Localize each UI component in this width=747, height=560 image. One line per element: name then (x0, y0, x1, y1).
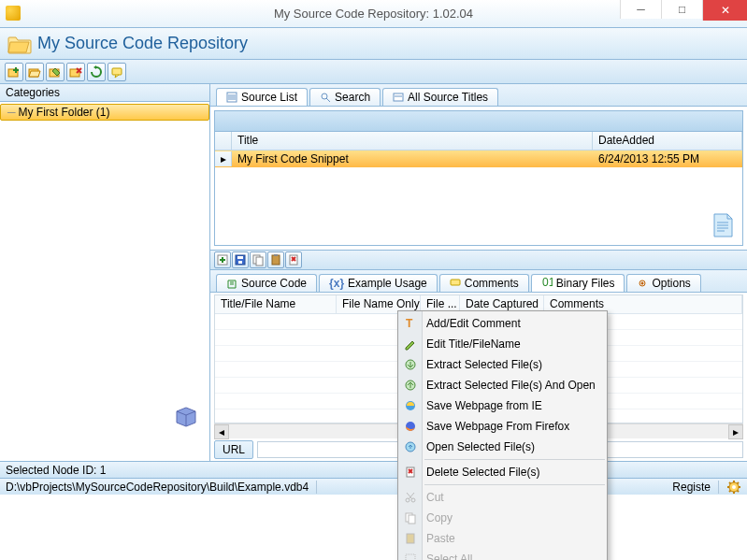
cut-icon (403, 490, 418, 505)
gear-icon (637, 278, 648, 289)
document-icon (709, 211, 737, 239)
detail-toolbar (210, 250, 747, 270)
text-icon: T (403, 316, 418, 331)
menu-item-label: Add/Edit Comment (426, 317, 521, 330)
toolbar-add[interactable] (214, 251, 231, 268)
extract-icon (403, 357, 418, 372)
open-icon (403, 439, 418, 454)
db-path: D:\vbProjects\MySourceCodeRepository\Bui… (6, 481, 317, 494)
toolbar-delete[interactable] (285, 251, 302, 268)
toolbar-refresh[interactable] (87, 63, 106, 81)
bottom-tabs: Source Code {x}Example Usage Comments 01… (210, 270, 747, 293)
server-icon (173, 404, 199, 428)
top-tabs: Source List Search All Source Titles (210, 84, 747, 107)
svg-rect-34 (407, 534, 414, 543)
app-header: My Source Code Repository (0, 28, 747, 60)
menu-item-edit-title-filename[interactable]: Edit Title/FileName (398, 334, 607, 354)
svg-rect-33 (409, 515, 415, 524)
row-indicator: ▸ (215, 151, 232, 166)
tab-source-list[interactable]: Source List (216, 88, 308, 106)
tree-item[interactable]: ─ My First Folder (1) (0, 104, 209, 121)
toolbar-copy[interactable] (250, 251, 266, 268)
window-title: My Source Code Repository: 1.02.04 (274, 7, 473, 21)
menu-item-label: Delete Selected File(s) (426, 466, 539, 479)
column-selector[interactable] (215, 132, 232, 150)
settings-gear-icon[interactable] (726, 480, 741, 495)
menu-item-paste: Paste (398, 528, 607, 549)
paste-icon (403, 531, 418, 546)
menu-item-label: Save Webpage from IE (426, 399, 542, 412)
tab-options[interactable]: Options (626, 274, 700, 292)
tab-binary-files[interactable]: 01Binary Files (531, 274, 625, 292)
menu-item-delete-selected-file-s-[interactable]: Delete Selected File(s) (398, 462, 607, 482)
menu-separator (424, 484, 605, 485)
svg-rect-35 (406, 554, 415, 560)
menu-item-save-webpage-from-ie[interactable]: Save Webpage from IE (398, 395, 607, 416)
close-button[interactable]: ✕ (702, 0, 747, 21)
toolbar-add-folder[interactable] (5, 63, 23, 81)
comment-icon (450, 278, 461, 289)
tab-source-code[interactable]: Source Code (216, 274, 317, 292)
svg-rect-11 (238, 261, 242, 264)
braces-icon: {x} (329, 277, 344, 290)
scroll-left[interactable]: ◂ (214, 424, 229, 439)
copy-icon (403, 510, 418, 525)
menu-item-cut: Cut (398, 487, 607, 508)
menu-item-open-selected-file-s-[interactable]: Open Selected File(s) (398, 437, 607, 457)
menu-item-select-all: Select All (398, 549, 607, 560)
menu-item-label: Save Webpage From Firefox (426, 420, 569, 433)
cell-date: 6/24/2013 12:55 PM (593, 151, 742, 166)
svg-rect-15 (274, 254, 278, 256)
delete-icon (403, 465, 418, 480)
code-icon (226, 278, 237, 289)
register-label[interactable]: Registe (672, 481, 719, 494)
scroll-right[interactable]: ▸ (728, 424, 743, 439)
svg-point-22 (732, 485, 736, 489)
tree-expander: ─ (7, 106, 16, 119)
menu-item-label: Copy (426, 511, 453, 524)
toolbar-delete-folder[interactable] (66, 63, 85, 81)
menu-item-label: Open Selected File(s) (426, 440, 535, 453)
statusbar-path: D:\vbProjects\MySourceCodeRepository\Bui… (0, 478, 747, 495)
selected-node-label: Selected Node ID: 1 (6, 464, 106, 477)
tab-all-titles[interactable]: All Source Titles (382, 88, 498, 106)
minimize-button[interactable]: ─ (620, 0, 661, 19)
menu-item-save-webpage-from-firefox[interactable]: Save Webpage From Firefox (398, 416, 607, 437)
main-toolbar (0, 60, 747, 84)
maximize-button[interactable]: □ (661, 0, 702, 19)
tab-comments[interactable]: Comments (439, 274, 529, 292)
list-icon (226, 92, 237, 103)
toolbar-paste[interactable] (267, 251, 284, 268)
pencil-icon (403, 337, 418, 352)
menu-item-extract-selected-file-s-and-open[interactable]: Extract Selected File(s) And Open (398, 375, 607, 395)
svg-rect-17 (451, 280, 460, 285)
menu-item-label: Extract Selected File(s) (426, 358, 542, 371)
svg-rect-10 (237, 256, 243, 259)
tab-search[interactable]: Search (309, 88, 381, 106)
cell-title: My First Code Snippet (232, 151, 593, 166)
menu-separator (424, 459, 605, 460)
svg-point-20 (641, 282, 644, 285)
svg-rect-7 (394, 93, 403, 101)
app-icon (6, 6, 21, 21)
menu-item-add-edit-comment[interactable]: TAdd/Edit Comment (398, 313, 607, 334)
menu-item-label: Edit Title/FileName (426, 337, 521, 351)
menu-item-label: Extract Selected File(s) And Open (426, 379, 596, 392)
toolbar-note[interactable] (108, 63, 126, 81)
firefox-icon (403, 419, 418, 434)
table-row[interactable]: ▸ My First Code Snippet 6/24/2013 12:55 … (215, 151, 742, 167)
folder-icon (7, 34, 32, 54)
column-title[interactable]: Title (232, 132, 593, 150)
column-date[interactable]: DateAdded (593, 132, 742, 150)
toolbar-open-folder[interactable] (25, 63, 44, 81)
context-menu: TAdd/Edit CommentEdit Title/FileNameExtr… (397, 310, 608, 560)
source-list-grid[interactable]: Title DateAdded ▸ My First Code Snippet … (214, 110, 743, 246)
toolbar-save[interactable] (232, 251, 249, 268)
svg-text:01: 01 (542, 278, 553, 289)
tab-example-usage[interactable]: {x}Example Usage (319, 274, 438, 292)
col-title-filename[interactable]: Title/File Name (215, 295, 337, 314)
toolbar-edit-folder[interactable] (46, 63, 65, 81)
menu-item-extract-selected-file-s-[interactable]: Extract Selected File(s) (398, 354, 607, 375)
url-label: URL (214, 440, 253, 459)
search-icon (320, 92, 331, 103)
